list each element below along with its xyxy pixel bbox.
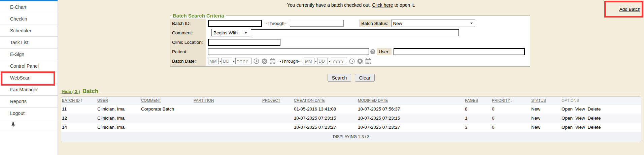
cell-priority: 0: [492, 125, 531, 130]
sidebar-item-fax-manager[interactable]: Fax Manager: [0, 84, 58, 96]
sidebar-item-control-panel[interactable]: Control Panel: [0, 60, 58, 72]
col-pages[interactable]: PAGES: [465, 98, 492, 102]
chevron-down-icon: [470, 23, 473, 24]
open-link[interactable]: Open: [562, 125, 573, 130]
clinic-location-input[interactable]: [208, 39, 280, 46]
clear-date-icon[interactable]: [261, 58, 268, 64]
open-link[interactable]: Open: [562, 116, 573, 121]
hide-results-link[interactable]: Hide ( 3 ): [62, 89, 80, 94]
cell-user: Clinician, Ima: [97, 125, 141, 130]
col-modified-date[interactable]: MODIFIED DATE: [358, 98, 465, 102]
user-input[interactable]: [394, 48, 525, 55]
search-criteria-legend: Batch Search Criteria: [171, 13, 226, 19]
col-user[interactable]: USER: [97, 98, 141, 102]
results-header-rule: [101, 92, 641, 92]
sidebar-item-task-list[interactable]: Task List: [0, 37, 58, 49]
cell-user: Clinician, Ima: [97, 106, 141, 112]
clock-icon[interactable]: [349, 58, 355, 64]
clear-button[interactable]: Clear: [355, 74, 375, 82]
sidebar-item-checkin[interactable]: Checkin: [0, 13, 58, 25]
search-button[interactable]: Search: [328, 74, 351, 82]
comment-row: Comment: Begins With: [170, 28, 530, 37]
view-link[interactable]: View: [575, 125, 585, 130]
results-title: Batch: [82, 88, 98, 95]
cell-pages: 3: [465, 125, 492, 130]
date-from-month-input[interactable]: [208, 58, 219, 64]
col-comment[interactable]: COMMENT: [141, 98, 194, 102]
comment-match-select[interactable]: Begins With: [211, 29, 249, 36]
sidebar: E-Chart Checkin Scheduler Task List E-Si…: [0, 0, 58, 155]
col-project[interactable]: PROJECT: [262, 98, 294, 102]
clinic-location-row: Clinic Location:: [170, 37, 530, 47]
batch-id-to-input[interactable]: [290, 20, 344, 27]
clear-date-icon[interactable]: [357, 58, 363, 64]
cell-status: New: [531, 116, 562, 121]
col-priority[interactable]: PRIORITY↓: [492, 98, 531, 103]
cell-modified-date: 10-07-2025 07:56:37: [358, 106, 465, 112]
delete-link[interactable]: Delete: [588, 116, 601, 121]
col-creation-date[interactable]: CREATION DATE: [294, 98, 358, 102]
batch-search-form: Batch Search Criteria Batch ID: -Through…: [170, 13, 530, 67]
pin-icon: [11, 121, 15, 129]
sidebar-item-scheduler[interactable]: Scheduler: [0, 25, 58, 37]
col-partition[interactable]: PARTITION: [194, 98, 262, 102]
sort-asc-icon: ↑: [80, 98, 82, 103]
date-separator: -: [233, 59, 234, 64]
date-to-month-input[interactable]: [304, 58, 314, 64]
sidebar-item-e-sign[interactable]: E-Sign: [0, 49, 58, 60]
delete-link[interactable]: Delete: [588, 106, 601, 112]
date-to-day-input[interactable]: [317, 58, 328, 64]
view-link[interactable]: View: [575, 106, 585, 112]
patient-label: Patient:: [170, 47, 206, 56]
main-content: You currently have a batch checked out. …: [58, 0, 644, 155]
cell-comment: Corporate Batch: [141, 106, 194, 112]
batch-date-label: Batch Date:: [170, 56, 206, 66]
patient-row: Patient: ? User:: [170, 47, 530, 56]
sidebar-item-e-chart[interactable]: E-Chart: [0, 1, 58, 13]
date-separator: -: [329, 59, 330, 64]
click-here-link[interactable]: Click here: [372, 2, 393, 8]
col-batch-id[interactable]: BATCH ID↑: [62, 98, 97, 103]
date-separator: -: [219, 59, 221, 64]
cell-creation-date: 01-05-2016 13:41:08: [294, 106, 358, 112]
view-link[interactable]: View: [575, 116, 585, 121]
date-from-day-input[interactable]: [222, 58, 232, 64]
table-row: 14 Clinician, Ima 10-07-2025 07:23:27 10…: [61, 123, 641, 132]
col-status[interactable]: STATUS: [531, 98, 562, 102]
delete-link[interactable]: Delete: [588, 125, 601, 130]
checkout-message-text: You currently have a batch checked out.: [287, 2, 371, 8]
batch-table-header: BATCH ID↑ USER COMMENT PARTITION PROJECT…: [61, 97, 641, 104]
batch-table: BATCH ID↑ USER COMMENT PARTITION PROJECT…: [61, 96, 641, 142]
cell-creation-date: 10-07-2025 07:23:15: [294, 116, 358, 121]
checkout-message: You currently have a batch checked out. …: [58, 2, 644, 8]
sidebar-item-logout[interactable]: Logout: [0, 107, 58, 119]
batch-status-select[interactable]: New: [391, 20, 475, 27]
sidebar-item-webscan[interactable]: WebScan: [0, 72, 58, 84]
date-separator: -: [315, 59, 316, 64]
cell-user: Clinician, Ima: [97, 116, 141, 121]
calendar-icon[interactable]: [365, 58, 371, 64]
clock-icon[interactable]: [253, 58, 260, 64]
sidebar-item-reports[interactable]: Reports: [0, 96, 58, 107]
cell-status: New: [531, 106, 562, 112]
results-header: Hide ( 3 ) Batch: [62, 88, 641, 95]
batch-id-from-input[interactable]: [208, 20, 262, 27]
cell-priority: 0: [492, 116, 531, 121]
comment-label: Comment:: [170, 28, 206, 37]
cell-pages: 1: [465, 116, 492, 121]
add-batch-link[interactable]: Add Batch: [619, 7, 640, 12]
cell-batch-id: 12: [62, 116, 97, 121]
date-to-year-input[interactable]: [331, 58, 347, 64]
patient-input[interactable]: [208, 48, 369, 55]
annotation-box-add-batch: Add Batch: [604, 1, 643, 18]
open-link[interactable]: Open: [562, 106, 573, 112]
app-window: E-Chart Checkin Scheduler Task List E-Si…: [0, 0, 644, 155]
batch-status-value: New: [393, 21, 402, 26]
date-from-year-input[interactable]: [235, 58, 251, 64]
batch-id-label: Batch ID:: [170, 19, 206, 28]
help-icon[interactable]: ?: [370, 49, 375, 54]
sidebar-pin-toggle[interactable]: [0, 119, 58, 131]
comment-input[interactable]: [251, 29, 459, 36]
col-options: OPTIONS: [562, 98, 641, 102]
calendar-icon[interactable]: [269, 58, 276, 64]
